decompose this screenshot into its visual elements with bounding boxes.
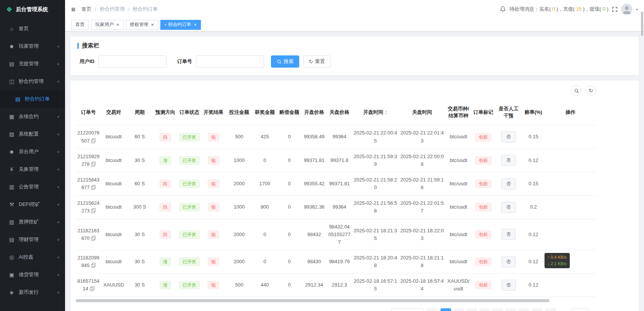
sidebar-item-wealth-management[interactable]: ▤理财管理∨ bbox=[0, 231, 65, 248]
page-button[interactable]: 1 bbox=[440, 308, 451, 311]
manual-intervention-button[interactable]: 否 bbox=[501, 229, 516, 240]
table-row: 21182099845btcusdt30 S涨已开奖输2000009843098… bbox=[76, 250, 596, 273]
manual-intervention-button[interactable]: 否 bbox=[501, 155, 516, 166]
close-icon[interactable]: × bbox=[194, 22, 197, 27]
breadcrumb: 首页/秒合约管理/秒合约订单 bbox=[82, 6, 158, 13]
sidebar-item-second-contract-management[interactable]: ◫秒合约管理∧ bbox=[0, 73, 65, 90]
cell-bet-amount: 500 bbox=[226, 274, 253, 297]
sidebar-item-deposit-withdraw-management[interactable]: ▤充提管理∨ bbox=[0, 55, 65, 73]
tab-label: 首页 bbox=[75, 21, 85, 28]
message-type-suffix: ) bbox=[607, 6, 608, 12]
copy-icon[interactable] bbox=[91, 162, 95, 166]
order-icon: ▤ bbox=[15, 96, 21, 102]
tab-item[interactable]: 玩家用户× bbox=[91, 20, 124, 30]
goto-page-input[interactable] bbox=[572, 308, 588, 311]
user-menu-caret-icon[interactable]: ▾ bbox=[636, 7, 638, 11]
mark-tag: 包赔 bbox=[475, 203, 491, 211]
status-tag: 已开奖 bbox=[179, 281, 200, 289]
sort-icons[interactable]: ▲▼ bbox=[385, 110, 388, 115]
copy-icon[interactable] bbox=[91, 208, 95, 213]
column-header-label: 周期 bbox=[135, 109, 145, 115]
breadcrumb-item[interactable]: 首页 bbox=[82, 6, 91, 13]
cell-close-time: 2025-02-21 22:00:08 bbox=[399, 149, 445, 172]
result-tag: 输 bbox=[208, 230, 219, 239]
manual-intervention-button[interactable]: 否 bbox=[501, 178, 516, 190]
table-search-toggle-button[interactable] bbox=[571, 85, 582, 96]
avatar[interactable] bbox=[621, 3, 633, 15]
page-button[interactable]: 2 bbox=[453, 308, 464, 311]
tab-item[interactable]: 首页 bbox=[71, 20, 89, 30]
cell-open-price: 99355.42 bbox=[302, 172, 327, 195]
collapse-sidebar-icon[interactable]: ≡ bbox=[71, 6, 75, 13]
cell-mark: 包赔 bbox=[471, 219, 495, 250]
page-button[interactable]: 4 bbox=[479, 308, 490, 311]
copy-icon[interactable] bbox=[91, 263, 95, 267]
cell-currency: btc/usdt bbox=[445, 149, 471, 172]
cell-win-amount: 0 bbox=[253, 219, 277, 250]
sidebar-item-announcement-management[interactable]: ▥公告管理∨ bbox=[0, 178, 65, 196]
column-header[interactable]: 开盘时间▲▼ bbox=[352, 100, 399, 125]
horizontal-scrollbar-thumb[interactable] bbox=[76, 299, 549, 302]
user-id-input[interactable] bbox=[98, 55, 166, 68]
copy-icon[interactable] bbox=[91, 236, 95, 240]
order-no-label: 订单号 bbox=[177, 58, 192, 65]
page-button[interactable]: 6 bbox=[505, 308, 516, 311]
result-tag: 输 bbox=[208, 133, 219, 141]
close-icon[interactable]: × bbox=[116, 22, 119, 27]
users-icon: ☻ bbox=[8, 149, 15, 155]
cell-win-amount: 425 bbox=[253, 125, 277, 149]
manual-intervention-button[interactable]: 否 bbox=[501, 256, 516, 267]
sidebar-item-admin-users[interactable]: ☻后台用户∨ bbox=[0, 143, 65, 160]
sidebar-item-lending-management[interactable]: ▣借贷管理∨ bbox=[0, 266, 65, 283]
search-button[interactable]: 搜索 bbox=[271, 55, 299, 68]
tab-item[interactable]: ●秒合约订单× bbox=[160, 20, 201, 30]
column-header-label: 开盘时间 bbox=[364, 109, 383, 115]
cell-order-no: 21215843677 bbox=[76, 172, 101, 195]
cell-odds: 0.12 bbox=[522, 274, 545, 297]
sidebar-item-player-management[interactable]: ☻玩家管理∨ bbox=[0, 37, 65, 55]
sidebar-item-second-contract-orders[interactable]: ▤秒合约订单 bbox=[0, 90, 65, 108]
manual-intervention-button[interactable]: 否 bbox=[501, 280, 516, 291]
sidebar-item-label: AI控盘 bbox=[19, 254, 57, 261]
user-icon: ☻ bbox=[8, 43, 15, 49]
reset-button[interactable]: ↻ 重置 bbox=[303, 55, 331, 68]
status-tag: 已开奖 bbox=[179, 230, 200, 239]
more-pages-icon[interactable]: ··· bbox=[518, 308, 529, 311]
sidebar-item-staking-mining[interactable]: ▥质押挖矿∨ bbox=[0, 213, 65, 231]
manual-intervention-button[interactable]: 否 bbox=[501, 202, 516, 213]
sidebar-item-system-config[interactable]: ▧系统配置∨ bbox=[0, 125, 65, 143]
column-header: 交易对 bbox=[101, 100, 126, 125]
message-type-label: 实名( bbox=[539, 6, 551, 12]
sidebar-item-perpetual-contract[interactable]: ▦永续合约∨ bbox=[0, 108, 65, 125]
cell-compensation-amount: 0 bbox=[277, 196, 302, 219]
fullscreen-icon[interactable] bbox=[612, 6, 618, 12]
table-refresh-button[interactable]: ↻ bbox=[585, 85, 596, 96]
page-button[interactable]: 3 bbox=[466, 308, 477, 311]
page-size-select[interactable]: 10条/页 ▾ bbox=[391, 308, 424, 311]
copy-icon[interactable] bbox=[91, 185, 95, 190]
sidebar-item-home[interactable]: ⌂首页 bbox=[0, 20, 65, 37]
page-button[interactable]: 16 bbox=[532, 308, 542, 311]
order-no-input[interactable] bbox=[196, 55, 264, 68]
next-page-button[interactable]: › bbox=[545, 308, 556, 311]
sidebar-item-new-coin-issue[interactable]: ◈新币发行∨ bbox=[0, 283, 65, 301]
cell-compensation-amount: 0 bbox=[277, 172, 302, 195]
cell-open-price: 98430 bbox=[302, 250, 327, 273]
search-form: 用户ID 订单号 搜索 ↻ 重置 bbox=[77, 55, 632, 68]
tab-item[interactable]: 授权管理× bbox=[126, 20, 158, 30]
manual-intervention-button[interactable]: 否 bbox=[501, 131, 516, 143]
close-icon[interactable]: × bbox=[151, 22, 154, 27]
sort-desc-icon[interactable]: ▼ bbox=[385, 113, 388, 115]
sidebar-item-ai-control[interactable]: ◎AI控盘∨ bbox=[0, 248, 65, 266]
sidebar-item-exchange-management[interactable]: ¥兑换管理∨ bbox=[0, 160, 65, 178]
page-button[interactable]: 5 bbox=[492, 308, 503, 311]
column-header-label: 交易币种/结算币种 bbox=[448, 106, 469, 118]
copy-icon[interactable] bbox=[90, 286, 94, 291]
vertical-scrollbar-thumb[interactable] bbox=[641, 11, 643, 36]
copy-icon[interactable] bbox=[91, 138, 95, 143]
bell-icon[interactable] bbox=[500, 6, 506, 12]
sidebar-item-defi-mining[interactable]: ⚒DEFI挖矿∨ bbox=[0, 196, 65, 213]
reset-button-label: 重置 bbox=[315, 58, 325, 65]
order-number: 21220076507 bbox=[77, 130, 99, 143]
prev-page-button[interactable]: ‹ bbox=[427, 308, 437, 311]
